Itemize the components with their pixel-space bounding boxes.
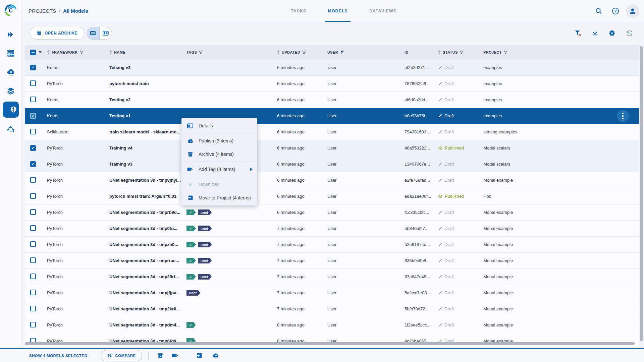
footer-move-to-project-icon[interactable] [193, 350, 205, 361]
column-id[interactable]: ID [401, 45, 435, 60]
footer-tag-icon[interactable] [169, 350, 181, 361]
sidebar-expand-icon[interactable] [0, 26, 21, 43]
menu-item-details[interactable]: Details [181, 119, 257, 132]
settings-gear-icon[interactable] [606, 27, 619, 40]
sidebar-models-active-tile[interactable] [3, 102, 19, 118]
row-checkbox[interactable] [30, 145, 36, 151]
table-row[interactable]: Keras Testing v1 6 minutes ago User b0a9… [25, 108, 639, 124]
cell-framework: Keras [44, 65, 106, 70]
footer-publish-icon[interactable] [210, 350, 221, 361]
vertical-scrollbar[interactable] [640, 46, 643, 341]
filter-icon[interactable] [80, 51, 84, 54]
tab-dataviews[interactable]: DATAVIEWS [367, 0, 399, 22]
table-row[interactable]: PyTorch UNet segmentation 3d - tmp2kr0..… [25, 301, 639, 317]
row-checkbox[interactable] [30, 113, 36, 119]
sidebar-workers-queues-icon[interactable] [0, 45, 21, 61]
table-row[interactable]: PyTorch pytorch mnist train 6 minutes ag… [25, 76, 639, 92]
column-name[interactable]: NAME [106, 45, 183, 60]
row-checkbox[interactable] [30, 241, 36, 247]
breadcrumb-all-models[interactable]: All Models [63, 8, 88, 14]
menu-item-publish[interactable]: Publish (3 items) [181, 134, 257, 147]
table-row[interactable]: Keras Testing v2 6 minutes ago User af6d… [25, 92, 639, 108]
breadcrumb-projects[interactable]: PROJECTS [29, 8, 56, 14]
footer-archive-icon[interactable] [155, 350, 166, 361]
row-checkbox[interactable] [30, 97, 36, 102]
cell-name: pytorch mnist train [106, 81, 183, 86]
table-row[interactable]: PyTorch UNet segmentation 3d - tmp6fq0..… [25, 333, 639, 348]
row-checkbox[interactable] [30, 80, 36, 86]
tab-tasks[interactable]: TASKS [288, 0, 309, 22]
sort-icon[interactable] [438, 50, 441, 54]
column-tags[interactable]: TAGS [183, 45, 274, 60]
cell-framework: PyTorch [44, 210, 106, 215]
cell-id: 794381683... [401, 129, 435, 134]
profile-avatar[interactable] [626, 4, 639, 18]
table-row[interactable]: PyTorch Training v4 6 minutes ago User 4… [25, 140, 639, 156]
tab-models[interactable]: MODELS [325, 0, 350, 22]
compare-button[interactable]: COMPARE [101, 350, 142, 361]
table-row[interactable]: PyTorch UNet segmentation 3d - tmpdm4...… [25, 317, 639, 333]
select-dropdown-caret[interactable] [39, 51, 42, 53]
menu-item-add-tag[interactable]: Add Tag (4 items) [181, 163, 257, 176]
table-row[interactable]: PyTorch UNet segmentation 3d - tmp29rf..… [25, 269, 639, 285]
row-checkbox[interactable] [30, 306, 36, 311]
table-row[interactable]: PyTorch Training v3 6 minutes ago User 1… [25, 156, 639, 172]
sidebar-models-icon[interactable] [3, 102, 24, 118]
cell-updated: 7 minutes ago [274, 306, 324, 311]
sort-icon[interactable] [47, 50, 50, 54]
open-archive-button[interactable]: OPEN ARCHIVE [30, 27, 85, 40]
select-all-checkbox[interactable] [30, 50, 36, 55]
filter-icon[interactable] [302, 51, 306, 54]
selected-count-label[interactable]: SHOW 4 MODELS SELECTED [29, 354, 87, 358]
column-user[interactable]: USER [324, 45, 401, 60]
row-checkbox[interactable] [30, 274, 36, 279]
sort-icon[interactable] [277, 50, 280, 54]
table-row[interactable]: PyTorch pytorch mnist train: Args/lr=0.0… [25, 188, 639, 204]
table-row[interactable]: PyTorch UNet segmentation 3d - tmp0tu...… [25, 221, 639, 237]
row-checkbox[interactable] [30, 290, 36, 295]
row-checkbox[interactable] [30, 225, 36, 231]
search-icon[interactable] [592, 5, 605, 17]
filter-icon[interactable] [199, 51, 203, 54]
menu-item-archive[interactable]: Archive (4 items) [181, 147, 257, 161]
row-checkbox[interactable] [30, 65, 36, 70]
table-row[interactable]: PyTorch UNet segmentation 3d - tmprrae..… [25, 253, 639, 269]
filter-icon[interactable] [504, 51, 507, 54]
sidebar-datasets-icon[interactable] [0, 83, 21, 99]
menu-item-move-to-project[interactable]: Move to Project (4 items) [181, 191, 257, 204]
row-checkbox[interactable] [30, 161, 36, 167]
column-framework[interactable]: FRAMEWORK [44, 45, 106, 60]
clear-filters-icon[interactable] [572, 27, 584, 40]
sidebar-cloud-access-icon[interactable] [0, 64, 21, 80]
menu-item-download[interactable]: Download [181, 178, 257, 191]
download-icon[interactable] [589, 27, 601, 40]
row-actions-button[interactable] [617, 110, 629, 122]
table-row[interactable]: Keras Tetsing v3 6 minutes ago User af2b… [25, 60, 639, 76]
cell-id: eda21ae06f... [401, 194, 435, 199]
column-status[interactable]: STATUS [435, 45, 480, 60]
auto-refresh-icon[interactable] [623, 27, 636, 40]
sort-icon[interactable] [109, 50, 112, 54]
table-row[interactable]: PyTorch UNet segmentation 3d - tmprb9d..… [25, 204, 639, 221]
row-checkbox[interactable] [30, 129, 36, 134]
row-checkbox[interactable] [30, 257, 36, 263]
sidebar-pipelines-icon[interactable] [0, 120, 21, 136]
row-checkbox[interactable] [30, 177, 36, 183]
help-icon[interactable]: ? [609, 5, 622, 17]
row-checkbox[interactable] [30, 209, 36, 215]
filter-active-icon[interactable] [340, 50, 344, 54]
row-checkbox[interactable] [30, 322, 36, 327]
table-view-button[interactable] [87, 27, 99, 39]
card-view-button[interactable] [99, 27, 112, 39]
move-to-project-icon [187, 195, 194, 200]
table-row[interactable]: PyTorch UNet segmentation 3d - tmpjfjpv.… [25, 285, 639, 301]
row-checkbox[interactable] [30, 193, 36, 199]
column-project[interactable]: PROJECT [480, 45, 639, 60]
table-row[interactable]: PyTorch UNet segmentation 3d - tmpzh0...… [25, 237, 639, 253]
table-row[interactable]: ScikitLearn train sklearn model - sklear… [25, 124, 639, 140]
clearml-logo[interactable]: C [3, 3, 18, 18]
horizontal-scrollbar[interactable] [25, 342, 635, 345]
filter-icon[interactable] [460, 51, 464, 54]
table-row[interactable]: PyTorch UNet segmentation 3d - tmpvjhyl.… [25, 172, 639, 188]
column-updated[interactable]: UPDATED [274, 45, 324, 60]
